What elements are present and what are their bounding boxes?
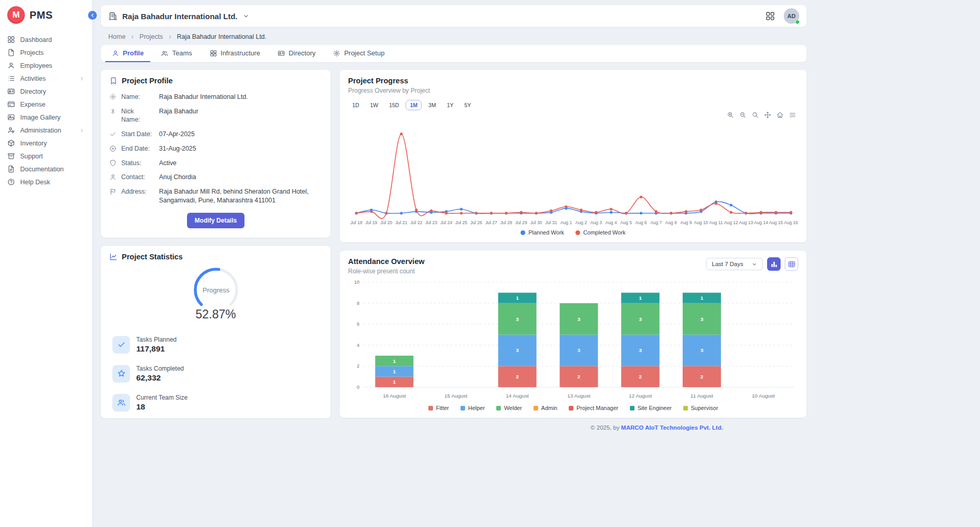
- svg-text:3: 3: [639, 316, 642, 322]
- svg-text:Jul 29: Jul 29: [515, 220, 527, 225]
- bar-view-button[interactable]: [767, 257, 781, 271]
- range-button-1w[interactable]: 1W: [366, 100, 382, 110]
- zoom-in-button[interactable]: [727, 111, 734, 119]
- sidebar-item-directory[interactable]: Directory: [0, 85, 92, 98]
- legend-item-supervisor[interactable]: Supervisor: [683, 405, 718, 411]
- gauge-value: 52.87%: [195, 308, 236, 321]
- legend-marker: [630, 406, 635, 411]
- legend-item-welder[interactable]: Welder: [496, 405, 522, 411]
- modify-details-button[interactable]: Modify Details: [187, 213, 244, 228]
- legend-label: Planned Work: [528, 229, 564, 236]
- progress-line-chart[interactable]: Jul 18Jul 19Jul 20Jul 21Jul 22Jul 23Jul …: [348, 119, 798, 228]
- legend-item-project-manager[interactable]: Project Manager: [569, 405, 618, 411]
- range-button-3m[interactable]: 3M: [424, 100, 440, 110]
- svg-text:Aug 9: Aug 9: [680, 220, 692, 225]
- range-button-1y[interactable]: 1Y: [443, 100, 458, 110]
- stat-label: Tasks Planned: [136, 336, 177, 343]
- progress-gauge: Progress 52.87%: [109, 263, 322, 321]
- legend-item-planned-work[interactable]: Planned Work: [521, 229, 564, 236]
- svg-text:Jul 30: Jul 30: [530, 220, 542, 225]
- sidebar-item-image-gallery[interactable]: Image Gallery: [0, 111, 92, 124]
- zoom-out-button[interactable]: [739, 111, 746, 119]
- main-area: Raja Bahadur International Ltd. AD Home …: [92, 0, 980, 527]
- field-value: Anuj Chordia: [159, 173, 196, 182]
- sidebar-item-label: Dashboard: [20, 36, 52, 43]
- svg-text:Aug 10: Aug 10: [694, 220, 708, 225]
- svg-text:2: 2: [700, 374, 703, 379]
- legend-item-admin[interactable]: Admin: [534, 405, 557, 411]
- tab-project-setup[interactable]: Project Setup: [326, 45, 391, 62]
- building-icon: [108, 11, 118, 21]
- sidebar-item-help-desk[interactable]: Help Desk: [0, 175, 92, 188]
- range-button-1d[interactable]: 1D: [348, 100, 363, 110]
- app-logo[interactable]: M PMS: [0, 0, 92, 31]
- legend-item-site-engineer[interactable]: Site Engineer: [630, 405, 672, 411]
- box-zoom-button[interactable]: [752, 111, 759, 119]
- apps-grid-button[interactable]: [765, 11, 775, 21]
- team-size-icon: [112, 394, 130, 412]
- svg-text:2: 2: [516, 374, 519, 379]
- svg-text:12 August: 12 August: [629, 393, 652, 399]
- svg-text:Aug 11: Aug 11: [709, 220, 723, 225]
- sidebar-item-dashboard[interactable]: Dashboard: [0, 33, 92, 46]
- profile-tab-icon: [112, 50, 119, 57]
- sidebar-item-documentation[interactable]: Documentation: [0, 163, 92, 175]
- svg-text:Jul 18: Jul 18: [351, 220, 363, 225]
- user-avatar[interactable]: AD: [784, 8, 799, 24]
- range-button-15d[interactable]: 15D: [385, 100, 403, 110]
- attendance-chart-legend: FitterHelperWelderAdminProject ManagerSi…: [348, 405, 798, 411]
- tab-label: Infrastructure: [221, 49, 261, 57]
- chevron-down-icon: [752, 261, 757, 267]
- topbar: Raja Bahadur International Ltd. AD: [101, 5, 806, 27]
- sidebar-item-expense[interactable]: Expense: [0, 98, 92, 111]
- legend-label: Supervisor: [691, 405, 718, 411]
- field-value: Raja Bahadur: [159, 107, 198, 116]
- svg-text:Jul 25: Jul 25: [455, 220, 467, 225]
- table-view-button[interactable]: [785, 257, 798, 271]
- tab-teams[interactable]: Teams: [154, 45, 198, 62]
- svg-text:Aug 4: Aug 4: [606, 220, 617, 225]
- field-value: 31-Aug-2025: [159, 144, 196, 153]
- chevron-right-icon: [167, 34, 173, 40]
- tab-directory[interactable]: Directory: [271, 45, 322, 62]
- chart-menu-button[interactable]: [789, 111, 796, 119]
- range-button-1m[interactable]: 1M: [406, 100, 422, 110]
- bar-chart-icon: [770, 260, 778, 268]
- legend-item-completed-work[interactable]: Completed Work: [575, 229, 626, 236]
- date-range-value: Last 7 Days: [712, 261, 743, 267]
- tab-profile[interactable]: Profile: [105, 45, 150, 62]
- directory-tab-icon: [278, 50, 285, 57]
- sidebar-item-label: Directory: [20, 88, 46, 95]
- stat-label: Tasks Completed: [136, 365, 184, 372]
- profile-fields: Name:Raja Bahadur International Ltd.Nick…: [109, 93, 322, 205]
- svg-text:3: 3: [578, 316, 581, 322]
- reset-view-button[interactable]: [776, 111, 784, 119]
- svg-text:Jul 20: Jul 20: [380, 220, 392, 225]
- sidebar-item-support[interactable]: Support: [0, 150, 92, 163]
- legend-label: Fitter: [436, 405, 449, 411]
- range-button-5y[interactable]: 5Y: [460, 100, 475, 110]
- infrastructure-tab-icon: [210, 50, 217, 57]
- tab-infrastructure[interactable]: Infrastructure: [203, 45, 267, 62]
- breadcrumb-projects[interactable]: Projects: [139, 33, 163, 40]
- sidebar-item-employees[interactable]: Employees: [0, 59, 92, 72]
- legend-item-fitter[interactable]: Fitter: [428, 405, 449, 411]
- sidebar-item-inventory[interactable]: Inventory: [0, 137, 92, 150]
- legend-item-helper[interactable]: Helper: [460, 405, 485, 411]
- attendance-bar-chart[interactable]: 024681016 August11115 August14 August233…: [348, 277, 798, 404]
- company-selector[interactable]: Raja Bahadur International Ltd.: [108, 11, 250, 21]
- field-value: Active: [159, 159, 177, 168]
- sidebar-item-activities[interactable]: Activities: [0, 72, 92, 85]
- svg-text:Aug 2: Aug 2: [575, 220, 587, 225]
- footer-company-link[interactable]: MARCO AIoT Technologies Pvt. Ltd.: [621, 424, 723, 431]
- sidebar-item-administration[interactable]: Administration: [0, 124, 92, 137]
- breadcrumb-home[interactable]: Home: [108, 33, 125, 40]
- collapse-sidebar-button[interactable]: [88, 11, 97, 20]
- svg-text:Jul 28: Jul 28: [500, 220, 512, 225]
- logo-m-icon: M: [7, 6, 25, 24]
- sidebar-item-projects[interactable]: Projects: [0, 46, 92, 59]
- sidebar-item-label: Support: [20, 153, 43, 160]
- legend-marker: [569, 406, 573, 411]
- pan-button[interactable]: [764, 111, 771, 119]
- date-range-select[interactable]: Last 7 Days: [706, 258, 763, 270]
